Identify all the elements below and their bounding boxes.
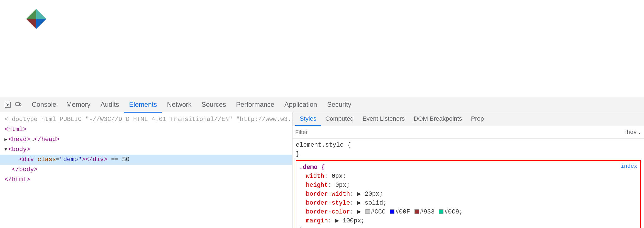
- element-style-open: element.style {: [296, 141, 641, 150]
- color-swatch-0c9[interactable]: [439, 209, 443, 214]
- demo-selector: .demo {: [299, 163, 637, 172]
- tab-performance[interactable]: Performance: [231, 98, 279, 113]
- styles-content: element.style { } index .demo { width: 0…: [292, 139, 644, 228]
- styles-tab-bar: Styles Computed Event Listeners DOM Brea…: [292, 112, 644, 126]
- html-div-line[interactable]: <div class="demo"></div> == $0: [0, 155, 292, 165]
- styles-tab-prop[interactable]: Prop: [467, 112, 488, 126]
- html-head-line[interactable]: ▶<head>…</head>: [0, 135, 292, 145]
- tab-audits[interactable]: Audits: [96, 98, 124, 113]
- head-triangle: ▶: [4, 135, 7, 145]
- color-swatch-00f[interactable]: [390, 209, 394, 214]
- border-color-arrow[interactable]: ▶: [357, 208, 361, 215]
- svg-marker-3: [36, 19, 46, 29]
- prop-border-width[interactable]: border-width: ▶ 20px;: [299, 190, 637, 199]
- styles-tab-styles[interactable]: Styles: [295, 112, 321, 126]
- responsive-icon-button[interactable]: [13, 100, 23, 110]
- inspect-icon-button[interactable]: [3, 100, 13, 110]
- tab-sources[interactable]: Sources: [197, 98, 231, 113]
- styles-tab-computed[interactable]: Computed: [321, 112, 358, 126]
- styles-tab-event-listeners[interactable]: Event Listeners: [358, 112, 409, 126]
- border-style-arrow[interactable]: ▶: [357, 200, 361, 207]
- styles-tab-dom-breakpoints[interactable]: DOM Breakpoints: [409, 112, 467, 126]
- html-open-line[interactable]: <html>: [0, 125, 292, 135]
- prop-border-color[interactable]: border-color: ▶ #CCC #00F #933 #0C9;: [299, 208, 637, 217]
- svg-marker-0: [36, 9, 46, 19]
- demo-style-block: index .demo { width: 0px; height: 0px; b…: [296, 160, 641, 228]
- devtools-tab-bar: Console Memory Audits Elements Network S…: [0, 97, 644, 112]
- dot-button[interactable]: .: [638, 129, 641, 135]
- html-body-close-line[interactable]: </body>: [0, 165, 292, 175]
- svg-rect-5: [16, 103, 19, 105]
- tab-security[interactable]: Security: [322, 98, 356, 113]
- index-link[interactable]: index: [621, 163, 637, 169]
- devtools-main-content: <!doctype html PUBLIC "-//W3C//DTD HTML …: [0, 112, 644, 228]
- prop-border-style[interactable]: border-style: ▶ solid;: [299, 199, 637, 208]
- element-style-block: element.style { }: [296, 141, 641, 159]
- svg-marker-1: [26, 9, 36, 19]
- color-swatch-933[interactable]: [414, 209, 419, 214]
- html-panel: <!doctype html PUBLIC "-//W3C//DTD HTML …: [0, 112, 292, 228]
- tab-console[interactable]: Console: [27, 98, 61, 113]
- prop-margin[interactable]: margin: ▶ 100px;: [299, 217, 637, 225]
- page-area: [0, 0, 644, 97]
- prop-height[interactable]: height: 0px;: [299, 181, 637, 190]
- tab-network[interactable]: Network: [162, 98, 196, 113]
- svg-rect-6: [19, 104, 21, 105]
- tab-application[interactable]: Application: [279, 98, 322, 113]
- styles-panel: Styles Computed Event Listeners DOM Brea…: [292, 112, 644, 228]
- tab-elements[interactable]: Elements: [124, 98, 162, 113]
- border-width-arrow[interactable]: ▶: [357, 191, 361, 198]
- body-triangle: ▼: [4, 145, 7, 155]
- devtools-panel: Console Memory Audits Elements Network S…: [0, 97, 644, 228]
- tab-icon-group: [3, 100, 24, 110]
- html-doctype-line: <!doctype html PUBLIC "-//W3C//DTD HTML …: [0, 115, 292, 125]
- html-close-line[interactable]: </html>: [0, 175, 292, 185]
- svg-marker-2: [26, 19, 36, 29]
- app-logo: [25, 8, 47, 30]
- element-style-close: }: [296, 150, 641, 159]
- color-swatch-ccc[interactable]: [365, 209, 370, 214]
- tab-memory[interactable]: Memory: [61, 98, 96, 113]
- demo-close-brace: }: [299, 225, 637, 228]
- hov-button[interactable]: :hov: [623, 129, 637, 135]
- logo-container: [25, 8, 47, 30]
- html-body-open-line[interactable]: ▼<body>: [0, 145, 292, 155]
- prop-width[interactable]: width: 0px;: [299, 172, 637, 181]
- styles-filter-input[interactable]: [295, 129, 623, 135]
- margin-arrow[interactable]: ▶: [335, 217, 339, 224]
- styles-filter-bar: :hov .: [292, 126, 644, 139]
